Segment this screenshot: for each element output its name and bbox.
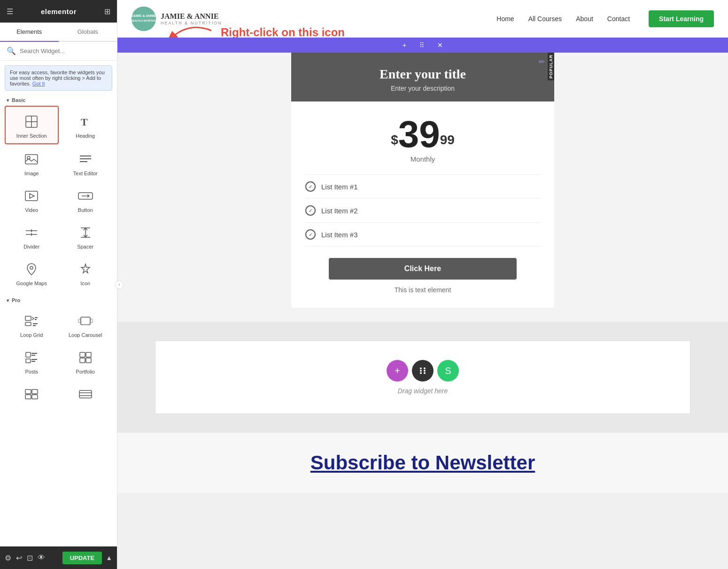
icon-widget-icon xyxy=(77,261,94,278)
edit-pencil-icon[interactable]: ✏ xyxy=(539,57,545,66)
nav-about[interactable]: About xyxy=(576,15,593,23)
widget-more-2[interactable] xyxy=(59,379,113,410)
nav-contact[interactable]: Contact xyxy=(607,15,630,23)
section-toolbar: + ⠿ ✕ xyxy=(117,38,728,53)
newsletter-title: Subscribe to Newsletter xyxy=(127,452,719,474)
widget-spacer[interactable]: Spacer xyxy=(59,218,113,254)
nav-home[interactable]: Home xyxy=(496,15,514,23)
add-widget-icon[interactable]: + xyxy=(387,360,408,382)
panel-title: elementor xyxy=(41,8,77,16)
popular-badge: POPULAR xyxy=(548,53,554,80)
widget-loop-grid[interactable]: Loop Grid xyxy=(5,306,59,343)
nav-links: Home All Courses About Contact Start Lea… xyxy=(496,10,714,27)
svg-point-53 xyxy=(424,367,426,369)
check-icon-3: ✓ xyxy=(305,229,316,240)
widget-posts[interactable]: Posts xyxy=(5,343,59,379)
button-icon xyxy=(77,187,94,204)
drag-widget-area[interactable]: + S Drag widget here xyxy=(155,341,690,414)
move-section-button[interactable]: ⠿ xyxy=(417,40,427,50)
template-icon[interactable]: ⊡ xyxy=(27,553,33,562)
logo-tagline: HEALTH & NUTRITION xyxy=(161,21,222,25)
icon-label: Icon xyxy=(80,281,90,286)
canvas-area: JAMIE & ANNIE HEALTH & NUTRITION JAMIE &… xyxy=(117,0,728,569)
update-button[interactable]: UPDATE xyxy=(62,552,102,564)
video-label: Video xyxy=(25,207,38,213)
drag-handle-icon[interactable] xyxy=(412,360,434,382)
widget-image[interactable]: Image xyxy=(5,144,59,181)
panel-tabs: Elements Globals xyxy=(0,23,117,42)
arrow-up-icon[interactable]: ▲ xyxy=(106,554,112,561)
annotation-text: Right-click on this icon xyxy=(221,26,345,39)
price-dollar: $ xyxy=(391,133,398,147)
text-editor-icon xyxy=(77,151,94,168)
collapse-handle[interactable]: ‹ xyxy=(115,281,124,289)
price-amount: 39 xyxy=(398,113,440,155)
template-icon[interactable]: S xyxy=(437,360,459,382)
svg-point-56 xyxy=(420,372,422,374)
widget-divider[interactable]: Divider xyxy=(5,218,59,254)
left-panel: ☰ elementor ⊞ Elements Globals 🔍 For eas… xyxy=(0,0,117,569)
widget-portfolio[interactable]: Portfolio xyxy=(59,343,113,379)
bottom-toolbar: ⚙ ↩ ⊡ 👁 UPDATE ▲ xyxy=(0,546,117,569)
basic-section-label: Basic xyxy=(0,91,117,106)
grid-icon[interactable]: ⊞ xyxy=(104,7,110,16)
svg-text:T: T xyxy=(81,116,88,128)
svg-rect-32 xyxy=(26,352,31,357)
button-label: Button xyxy=(78,207,93,213)
cta-button[interactable]: Click Here xyxy=(329,258,517,280)
logo-circle: JAMIE & ANNIE HEALTH & NUTRITION xyxy=(132,7,156,31)
widget-inner-section[interactable]: Inner Section xyxy=(5,106,59,144)
site-header: JAMIE & ANNIE HEALTH & NUTRITION JAMIE &… xyxy=(117,0,728,38)
tab-elements[interactable]: Elements xyxy=(0,23,59,42)
widget-video[interactable]: Video xyxy=(5,181,59,218)
widget-google-maps[interactable]: Google Maps xyxy=(5,254,59,291)
settings-icon[interactable]: ⚙ xyxy=(5,553,11,562)
widget-text-editor[interactable]: Text Editor xyxy=(59,144,113,181)
inner-section-label: Inner Section xyxy=(16,133,47,139)
drag-icons-row: + S xyxy=(165,360,681,382)
svg-rect-38 xyxy=(80,352,85,357)
feature-label-3: List Item #3 xyxy=(321,231,358,239)
hamburger-icon[interactable]: ☰ xyxy=(7,7,13,16)
search-input[interactable] xyxy=(20,47,110,55)
tab-globals[interactable]: Globals xyxy=(59,23,117,41)
add-section-button[interactable]: + xyxy=(400,40,409,50)
preview-icon[interactable]: 👁 xyxy=(38,553,45,562)
drag-text: Drag widget here xyxy=(165,387,681,395)
svg-point-49 xyxy=(132,7,156,31)
widget-more-1[interactable] xyxy=(5,379,59,410)
svg-rect-40 xyxy=(80,358,85,363)
svg-rect-43 xyxy=(25,395,31,399)
got-it-link[interactable]: Got It xyxy=(32,81,45,86)
start-learning-button[interactable]: Start Learning xyxy=(649,10,714,27)
history-icon[interactable]: ↩ xyxy=(16,553,22,562)
portfolio-label: Portfolio xyxy=(76,369,95,374)
nav-all-courses[interactable]: All Courses xyxy=(528,15,562,23)
svg-rect-42 xyxy=(25,390,31,394)
widget-button[interactable]: Button xyxy=(59,181,113,218)
svg-rect-25 xyxy=(25,322,31,326)
widget-icon[interactable]: Icon xyxy=(59,254,113,291)
bottom-right-area: UPDATE ▲ xyxy=(62,552,112,564)
pricing-card: Enter your title Enter your description … xyxy=(291,53,554,308)
svg-rect-39 xyxy=(86,352,91,357)
widgets-area: Basic Inner Section T xyxy=(0,91,117,546)
pricing-description: Enter your description xyxy=(301,85,545,92)
pricing-header: Enter your title Enter your description … xyxy=(291,53,554,101)
close-section-button[interactable]: ✕ xyxy=(434,40,446,50)
widget-loop-carousel[interactable]: Loop Carousel xyxy=(59,306,113,343)
portfolio-icon xyxy=(77,349,94,366)
svg-rect-46 xyxy=(79,390,92,398)
logo-brand-name: JAMIE & ANNIE xyxy=(161,12,222,21)
widget-heading[interactable]: T Heading xyxy=(59,106,113,144)
top-bar: ☰ elementor ⊞ xyxy=(0,0,117,23)
pricing-features: ✓ List Item #1 ✓ List Item #2 ✓ List Ite… xyxy=(305,174,540,247)
svg-rect-22 xyxy=(25,316,31,320)
canvas-content: + ⠿ ✕ Enter your title Enter your descri… xyxy=(117,38,728,569)
svg-text:JAMIE & ANNIE: JAMIE & ANNIE xyxy=(132,14,156,17)
svg-rect-4 xyxy=(25,155,38,164)
svg-rect-41 xyxy=(86,358,91,363)
svg-point-52 xyxy=(420,367,422,369)
search-bar: 🔍 xyxy=(0,42,117,61)
pro-section-label: Pro xyxy=(0,291,117,306)
